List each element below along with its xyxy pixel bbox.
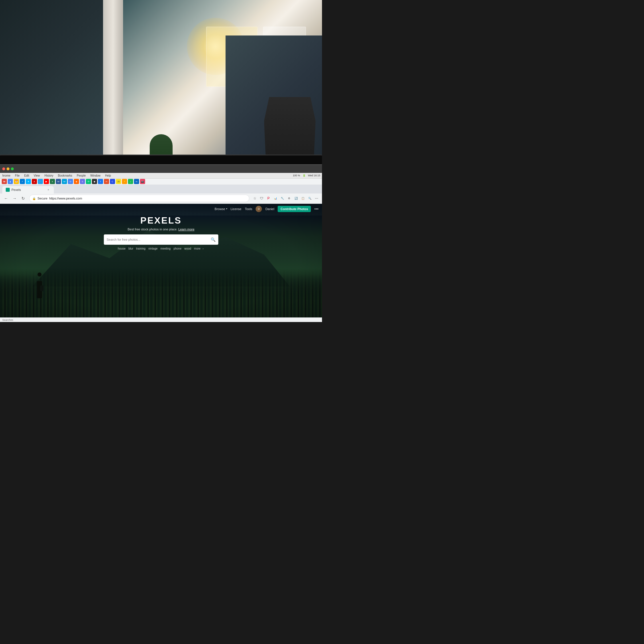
tab-close-button[interactable]: × <box>46 188 50 192</box>
chrome-menubar: hrome File Edit View History Bookmarks P… <box>0 173 322 179</box>
forward-button[interactable]: → <box>11 195 18 202</box>
menu-chrome[interactable]: hrome <box>2 174 11 177</box>
tag-wood[interactable]: wood <box>184 247 191 250</box>
ext-chrome-icon[interactable]: G <box>68 179 73 184</box>
ext-calendar-icon[interactable]: 📅 <box>14 179 19 184</box>
title-bar <box>0 165 322 173</box>
ext-telegram-icon[interactable]: ✈ <box>26 179 31 184</box>
ext-gmail-icon[interactable]: M <box>2 179 7 184</box>
tag-vintage[interactable]: vintage <box>148 247 157 250</box>
webpage-content: Browse ▾ License Tools D Daniel Contribu… <box>0 204 322 322</box>
ext-toolbar-1[interactable]: 📊 <box>272 195 278 202</box>
ext-instagram-icon[interactable]: 📷 <box>140 179 145 184</box>
ext-aws-icon[interactable]: ⚡ <box>122 179 127 184</box>
tag-phone[interactable]: phone <box>173 247 181 250</box>
pinterest-icon[interactable]: P <box>265 195 272 202</box>
search-input[interactable] <box>107 238 208 241</box>
pexels-navbar: Browse ▾ License Tools D Daniel Contribu… <box>0 204 322 214</box>
more-tags-link[interactable]: more → <box>194 247 204 250</box>
ext-ext1-icon[interactable]: ◈ <box>74 179 79 184</box>
tag-training[interactable]: training <box>136 247 146 250</box>
menu-bar-right: 100 % 🔋 Wed 16:15 <box>293 174 320 177</box>
refresh-button[interactable]: ↻ <box>19 195 27 202</box>
back-button[interactable]: ← <box>2 195 10 202</box>
toolbar-icons-right: ☆ 🛡 P 📊 🔧 ⚙ 🔄 📋 🔍 ⋯ <box>252 195 320 202</box>
tag-house[interactable]: house <box>118 247 126 250</box>
clock: Wed 16:15 <box>308 174 320 177</box>
license-link[interactable]: License <box>231 207 242 211</box>
menu-history[interactable]: History <box>44 174 54 177</box>
person-head <box>37 272 42 276</box>
secure-icon: 🔒 <box>32 197 36 200</box>
pexels-subtitle: Best free stock photos in one place. Lea… <box>16 228 306 231</box>
search-icon[interactable]: 🔍 <box>211 237 216 242</box>
ext-acrobat-icon[interactable]: A <box>32 179 37 184</box>
ext-ext3-icon[interactable]: ⟳ <box>86 179 91 184</box>
menu-view[interactable]: View <box>33 174 41 177</box>
search-bar[interactable]: 🔍 <box>104 234 218 245</box>
address-toolbar: ← → ↻ 🔒 Secure https://www.pexels.com ☆ … <box>0 193 322 204</box>
address-bar[interactable]: 🔒 Secure https://www.pexels.com <box>29 195 249 202</box>
ext-excel-icon[interactable]: X <box>50 179 55 184</box>
ext-ext4-icon[interactable]: ◆ <box>92 179 97 184</box>
active-tab[interactable]: Pexels × <box>2 186 54 193</box>
tools-link[interactable]: Tools <box>245 207 252 211</box>
nav-right: Browse ▾ License Tools D Daniel Contribu… <box>215 206 319 212</box>
bg-dark-left <box>0 0 103 177</box>
search-tags: house blur training vintage meeting phon… <box>16 247 306 250</box>
menu-edit[interactable]: Edit <box>23 174 29 177</box>
secure-label: Secure <box>37 197 48 200</box>
ext-ext2-icon[interactable]: S <box>80 179 85 184</box>
close-window-button[interactable] <box>2 167 5 170</box>
avatar-initial: D <box>258 208 260 210</box>
shield-icon[interactable]: 🛡 <box>258 195 265 202</box>
menu-window[interactable]: Window <box>90 174 101 177</box>
ext-gdrive-icon[interactable]: ▲ <box>8 179 13 184</box>
menu-people[interactable]: People <box>76 174 86 177</box>
subtitle-text: Best free stock photos in one place. <box>128 228 177 231</box>
minimize-window-button[interactable] <box>7 167 9 170</box>
nav-username[interactable]: Daniel <box>265 207 274 211</box>
ext-toolbar-3[interactable]: ⚙ <box>286 195 292 202</box>
tree-silhouettes <box>0 269 322 322</box>
bg-column <box>103 0 123 177</box>
user-avatar[interactable]: D <box>256 206 262 212</box>
ext-youtube-icon[interactable]: ▶ <box>44 179 49 184</box>
browse-label: Browse <box>215 207 225 211</box>
ext-toolbar-6[interactable]: 🔍 <box>307 195 313 202</box>
tab-favicon <box>6 188 10 192</box>
more-tools-button[interactable]: ⋯ <box>313 195 320 202</box>
battery-icon: 🔋 <box>303 174 306 177</box>
battery-percent: 100 % <box>293 174 300 177</box>
person-silhouette <box>32 272 47 298</box>
ext-twitter-icon[interactable]: 🐦 <box>38 179 43 184</box>
ext-office-icon[interactable]: W <box>56 179 61 184</box>
ext-todo-icon[interactable]: ✓ <box>20 179 25 184</box>
url-text: https://www.pexels.com <box>49 197 82 200</box>
ext-js-icon[interactable]: JS <box>116 179 121 184</box>
learn-more-link[interactable]: Learn more <box>178 228 194 231</box>
ext-spotify-icon[interactable]: ♪ <box>128 179 133 184</box>
status-text: Searches <box>2 319 13 321</box>
menu-bookmarks[interactable]: Bookmarks <box>57 174 73 177</box>
background-photo <box>0 0 322 177</box>
ext-css-icon[interactable]: C <box>110 179 115 184</box>
ext-toolbar-4[interactable]: 🔄 <box>293 195 299 202</box>
contribute-photos-button[interactable]: Contribute Photos <box>278 206 311 212</box>
menu-file[interactable]: File <box>14 174 20 177</box>
ext-html-icon[interactable]: H <box>104 179 109 184</box>
ext-linkedin-icon[interactable]: in <box>134 179 139 184</box>
menu-help[interactable]: Help <box>104 174 112 177</box>
ext-toolbar-5[interactable]: 📋 <box>300 195 306 202</box>
ext-toolbar-2[interactable]: 🔧 <box>279 195 285 202</box>
browse-dropdown[interactable]: Browse ▾ <box>215 207 227 211</box>
hero-content: PEXELS Best free stock photos in one pla… <box>16 215 306 250</box>
bookmark-star-icon[interactable]: ☆ <box>252 195 258 202</box>
tag-meeting[interactable]: meeting <box>161 247 171 250</box>
nav-more-button[interactable]: ••• <box>314 207 319 211</box>
browse-chevron-icon: ▾ <box>226 208 227 210</box>
ext-fb-icon[interactable]: f <box>98 179 103 184</box>
maximize-window-button[interactable] <box>11 167 14 170</box>
tag-blur[interactable]: blur <box>129 247 133 250</box>
ext-m-icon[interactable]: M <box>62 179 67 184</box>
